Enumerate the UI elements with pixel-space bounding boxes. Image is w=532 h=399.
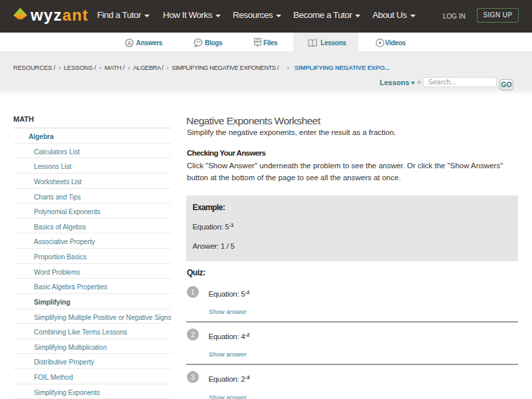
svg-text:A: A [127,39,131,46]
svg-text:“”: “” [196,40,201,46]
